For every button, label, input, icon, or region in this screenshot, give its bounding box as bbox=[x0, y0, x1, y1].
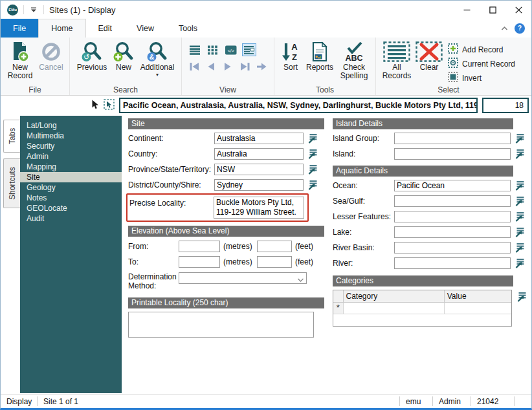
elevation-to-metres-input[interactable] bbox=[179, 256, 220, 268]
river-input[interactable] bbox=[394, 257, 511, 269]
sidebar-item-security[interactable]: Security bbox=[20, 141, 122, 151]
lake-input[interactable] bbox=[394, 226, 511, 238]
code-view-icon[interactable]: </> bbox=[224, 43, 238, 56]
tab-view[interactable]: View bbox=[124, 19, 166, 38]
sidebar-item-latlong[interactable]: Lat/Long bbox=[20, 120, 122, 131]
sidebar-item-notes[interactable]: Notes bbox=[20, 193, 122, 203]
maximize-icon[interactable] bbox=[480, 1, 505, 19]
categories-column-category[interactable]: Category bbox=[343, 290, 444, 302]
all-records-label: All Records bbox=[380, 63, 414, 81]
close-icon[interactable] bbox=[505, 1, 531, 19]
invert-selection-button[interactable]: Invert bbox=[448, 72, 515, 84]
details-view-icon[interactable] bbox=[242, 43, 256, 56]
grid-view-icon[interactable] bbox=[206, 43, 220, 56]
sidebar-item-site[interactable]: Site bbox=[20, 172, 122, 182]
sidebar-item-geology[interactable]: Geology bbox=[20, 182, 122, 193]
lookup-list-icon[interactable] bbox=[514, 258, 525, 269]
previous-search-button[interactable]: ↺ Previous bbox=[74, 40, 110, 72]
tab-file[interactable]: File bbox=[1, 19, 38, 38]
select-record-marquee-icon[interactable] bbox=[104, 99, 115, 112]
all-records-button[interactable]: All Records bbox=[380, 40, 414, 81]
lookup-list-icon[interactable] bbox=[516, 291, 527, 302]
lookup-list-icon[interactable] bbox=[514, 211, 525, 222]
lookup-list-icon[interactable] bbox=[514, 243, 525, 254]
new-record-label: New Record bbox=[5, 63, 36, 81]
precise-locality-highlight: Precise Locality: Buckle Motors Pty Ltd,… bbox=[126, 193, 309, 222]
lesser-features-input[interactable] bbox=[394, 211, 511, 222]
app-logo-icon: EMu bbox=[7, 5, 18, 16]
district-input[interactable] bbox=[214, 179, 304, 191]
precise-locality-input[interactable]: Buckle Motors Pty Ltd, 119-129 William S… bbox=[214, 197, 304, 219]
chevron-down-icon bbox=[297, 275, 304, 285]
determination-method-dropdown[interactable] bbox=[179, 272, 307, 284]
ocean-input[interactable] bbox=[394, 180, 511, 191]
check-spelling-icon: ABC bbox=[343, 40, 365, 63]
first-record-icon[interactable] bbox=[188, 61, 201, 72]
lookup-list-icon[interactable] bbox=[307, 164, 318, 175]
country-input[interactable] bbox=[214, 148, 304, 160]
lookup-list-icon[interactable] bbox=[307, 149, 318, 160]
current-record-button[interactable]: Current Record bbox=[448, 58, 515, 70]
cancel-button[interactable]: Cancel bbox=[37, 40, 65, 72]
pointer-cursor-icon[interactable] bbox=[91, 100, 99, 111]
list-view-icon[interactable] bbox=[188, 43, 202, 56]
tab-edit[interactable]: Edit bbox=[86, 19, 125, 38]
new-search-button[interactable]: New bbox=[111, 40, 136, 72]
categories-column-value[interactable]: Value bbox=[444, 290, 511, 302]
elevation-from-feet-input[interactable] bbox=[257, 241, 292, 252]
new-record-button[interactable]: New Record bbox=[5, 40, 36, 81]
categories-cell-category[interactable] bbox=[343, 302, 444, 314]
clear-button[interactable]: Clear bbox=[415, 40, 443, 72]
lookup-list-icon[interactable] bbox=[514, 180, 525, 191]
sidebar-item-multimedia[interactable]: Multimedia bbox=[20, 131, 122, 141]
sidebar-item-admin[interactable]: Admin bbox=[20, 151, 122, 162]
goto-record-icon[interactable] bbox=[255, 61, 268, 72]
section-header-site: Site bbox=[128, 118, 324, 129]
new-row-marker: * bbox=[337, 303, 340, 312]
lookup-list-icon[interactable] bbox=[514, 149, 525, 160]
previous-search-label: Previous bbox=[77, 63, 107, 72]
continent-input[interactable] bbox=[214, 133, 304, 144]
minimize-icon[interactable] bbox=[454, 1, 480, 19]
elevation-from-metres-input[interactable] bbox=[179, 241, 220, 252]
lake-label: Lake: bbox=[333, 228, 394, 237]
last-record-icon[interactable] bbox=[238, 61, 251, 72]
lookup-list-icon[interactable] bbox=[514, 133, 525, 144]
section-header-elevation: Elevation (Above Sea Level) bbox=[128, 226, 324, 237]
island-input[interactable] bbox=[394, 148, 511, 160]
elevation-to-feet-input[interactable] bbox=[257, 256, 292, 268]
sea-gulf-input[interactable] bbox=[394, 195, 511, 207]
tab-shortcuts[interactable]: Shortcuts bbox=[3, 158, 20, 208]
additional-search-button[interactable]: & Additional ▾ bbox=[137, 40, 177, 78]
printable-locality-input[interactable] bbox=[128, 312, 314, 338]
categories-new-row[interactable]: * bbox=[333, 302, 511, 314]
lookup-list-icon[interactable] bbox=[514, 227, 525, 238]
categories-table[interactable]: Category Value * bbox=[333, 290, 512, 327]
record-summary: Pacific Ocean, Australasia, Australia, N… bbox=[119, 98, 478, 113]
additional-dropdown-icon[interactable]: ▾ bbox=[156, 72, 159, 78]
sidebar-item-mapping[interactable]: Mapping bbox=[20, 162, 122, 172]
lookup-list-icon[interactable] bbox=[307, 133, 318, 144]
sidebar-item-audit[interactable]: Audit bbox=[20, 213, 122, 224]
tab-tools[interactable]: Tools bbox=[166, 19, 210, 38]
province-input[interactable] bbox=[214, 164, 304, 175]
help-icon[interactable]: ? bbox=[515, 23, 525, 34]
quick-access-dropdown-icon[interactable] bbox=[29, 4, 38, 16]
sort-button[interactable]: A Z Sort bbox=[278, 40, 303, 72]
collapse-ribbon-icon[interactable] bbox=[501, 26, 508, 31]
resize-grip[interactable] bbox=[515, 394, 531, 408]
previous-record-icon[interactable] bbox=[205, 61, 217, 72]
reports-button[interactable]: Reports bbox=[304, 40, 335, 72]
add-record-icon bbox=[448, 43, 458, 56]
sidebar-item-geolocate[interactable]: GEOLocate bbox=[20, 203, 122, 213]
lookup-list-icon[interactable] bbox=[514, 196, 525, 207]
add-record-button[interactable]: Add Record bbox=[448, 43, 515, 56]
river-basin-input[interactable] bbox=[394, 242, 511, 254]
categories-cell-value[interactable] bbox=[444, 302, 511, 314]
next-record-icon[interactable] bbox=[221, 61, 234, 72]
check-spelling-button[interactable]: ABC Check Spelling bbox=[337, 40, 371, 81]
island-group-input[interactable] bbox=[394, 133, 511, 144]
tab-home[interactable]: Home bbox=[38, 19, 85, 38]
lookup-list-icon[interactable] bbox=[307, 180, 318, 191]
tab-tabs[interactable]: Tabs bbox=[3, 120, 20, 153]
